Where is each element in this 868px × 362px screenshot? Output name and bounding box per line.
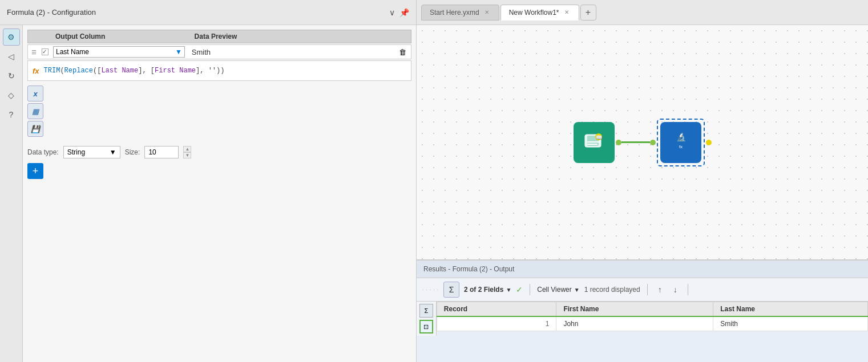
formula-row: fx TRIM(Replace([Last Name], [First Name… bbox=[27, 60, 411, 81]
datatype-value: String bbox=[67, 148, 85, 156]
tab-new-workflow[interactable]: New Workflow1* ✕ bbox=[500, 5, 579, 21]
size-spinner: ▲ ▼ bbox=[183, 146, 191, 158]
toolbar-divider3 bbox=[688, 284, 688, 295]
expr-table-button[interactable]: ▦ bbox=[27, 103, 43, 119]
content-area: Output Column Data Preview ☰ Last Name ▼ bbox=[23, 25, 416, 362]
chevron-icon[interactable]: ∨ bbox=[389, 8, 395, 17]
nav-down-button[interactable]: ↓ bbox=[670, 284, 681, 295]
datatype-row: Data type: String ▼ Size: ▲ ▼ bbox=[27, 141, 411, 163]
reader-node[interactable]: 📖 bbox=[574, 122, 621, 163]
record-icon[interactable]: ⊡ bbox=[419, 320, 433, 333]
refresh-button[interactable]: ↻ bbox=[3, 67, 20, 84]
formula-paren: ( bbox=[60, 67, 64, 75]
formula-icon: 🔬 fx bbox=[669, 131, 692, 154]
left-icons-col: Σ ⊡ bbox=[417, 302, 437, 336]
workflow-nodes: 📖 🔬 bbox=[574, 119, 712, 166]
left-arrow-button[interactable]: ◁ bbox=[3, 48, 20, 65]
panel-header: Formula (2) - Configuration ∨ 📌 bbox=[0, 0, 416, 25]
toolbar-dots: · · · · · bbox=[422, 287, 439, 292]
workflow-tabs: Start Here.yxmd ✕ New Workflow1* ✕ + bbox=[417, 0, 868, 25]
col-header-record: Record bbox=[437, 302, 556, 317]
tab-start-here-close[interactable]: ✕ bbox=[483, 9, 491, 16]
output-column-header: Output Column bbox=[51, 30, 190, 43]
formula-field2: First Name bbox=[155, 67, 196, 75]
toolbar-divider2 bbox=[647, 284, 648, 295]
results-table: Record First Name Last Name 1 John Smith bbox=[437, 302, 868, 331]
canvas-area[interactable]: 📖 🔬 bbox=[417, 25, 868, 259]
cell-viewer-button[interactable]: Cell Viewer ▼ bbox=[537, 286, 579, 294]
results-title: Results - Formula (2) - Output bbox=[423, 265, 514, 273]
cell-firstname: John bbox=[556, 316, 713, 331]
output-column-cell: Last Name ▼ bbox=[51, 45, 187, 59]
gear-button[interactable]: ⚙ bbox=[3, 29, 20, 46]
fields-button[interactable]: 2 of 2 Fields ▼ bbox=[464, 286, 511, 294]
preview-value: Smith bbox=[187, 47, 394, 58]
size-label: Size: bbox=[125, 148, 140, 156]
panel-body: ⚙ ◁ ↻ ◇ ? Output Column Data Preview bbox=[0, 25, 416, 362]
fields-dropdown-arrow: ▼ bbox=[506, 287, 511, 293]
checkbox-icon bbox=[42, 48, 49, 55]
formula-comma1: ], [ bbox=[138, 67, 155, 75]
svg-rect-3 bbox=[587, 144, 597, 145]
data-preview-header: Data Preview bbox=[190, 30, 394, 43]
sigma-left-icon[interactable]: Σ bbox=[419, 304, 433, 318]
input-connector bbox=[650, 140, 656, 145]
nav-up-button[interactable]: ↑ bbox=[655, 284, 665, 295]
results-table-area: Σ ⊡ Record First Name Last Name 1 bbox=[417, 302, 868, 336]
tab-start-here-label: Start Here.yxmd bbox=[430, 9, 479, 17]
results-panel: Results - Formula (2) - Output · · · · ·… bbox=[417, 259, 868, 362]
sigma-button[interactable]: Σ bbox=[443, 282, 459, 298]
right-panel: Start Here.yxmd ✕ New Workflow1* ✕ + bbox=[417, 0, 868, 362]
checkmark-icon: ✓ bbox=[516, 285, 523, 294]
cell-viewer-label: Cell Viewer bbox=[537, 286, 571, 294]
question-button[interactable]: ? bbox=[3, 106, 20, 123]
row-checkbox[interactable] bbox=[39, 48, 51, 55]
main-layout: Formula (2) - Configuration ∨ 📌 ⚙ ◁ ↻ ◇ … bbox=[0, 0, 868, 362]
sidebar-icons: ⚙ ◁ ↻ ◇ ? bbox=[0, 25, 23, 362]
drag-handle[interactable]: ☰ bbox=[28, 49, 39, 55]
col-header-firstname: First Name bbox=[556, 302, 713, 317]
cell-record: 1 bbox=[437, 316, 556, 331]
formula-keyword-replace: Replace bbox=[64, 67, 93, 75]
pin-icon[interactable]: 📌 bbox=[399, 8, 409, 17]
formula-field1: Last Name bbox=[101, 67, 138, 75]
delete-button[interactable]: 🗑 bbox=[394, 48, 411, 56]
record-count: 1 record displayed bbox=[584, 286, 640, 294]
diamond-button[interactable]: ◇ bbox=[3, 87, 20, 104]
formula-node[interactable]: 🔬 fx bbox=[650, 119, 712, 166]
datatype-arrow: ▼ bbox=[110, 148, 116, 156]
size-input[interactable] bbox=[144, 146, 179, 158]
expr-x-button[interactable]: x bbox=[27, 86, 43, 101]
datatype-select[interactable]: String ▼ bbox=[63, 146, 120, 158]
tab-new-workflow-label: New Workflow1* bbox=[509, 9, 559, 17]
add-field-button[interactable]: + bbox=[27, 163, 43, 179]
datatype-label: Data type: bbox=[27, 148, 59, 156]
expr-icons: x ▦ 💾 bbox=[27, 86, 411, 137]
reader-icon: 📖 bbox=[583, 131, 605, 154]
output-connector bbox=[616, 140, 621, 145]
panel-title: Formula (2) - Configuration bbox=[7, 8, 96, 17]
panel-header-icons: ∨ 📌 bbox=[389, 8, 409, 17]
toolbar-divider bbox=[530, 284, 530, 295]
cell-lastname: Smith bbox=[713, 316, 868, 331]
field-row: ☰ Last Name ▼ Smith 🗑 bbox=[27, 44, 411, 59]
formula-text[interactable]: TRIM(Replace([Last Name], [First Name], … bbox=[44, 67, 225, 75]
reader-node-box: 📖 bbox=[574, 122, 615, 163]
connector-line bbox=[621, 141, 650, 143]
col-header-lastname: Last Name bbox=[713, 302, 868, 317]
tab-new-workflow-close[interactable]: ✕ bbox=[563, 9, 571, 16]
add-tab-button[interactable]: + bbox=[580, 5, 596, 21]
formula-node-wrapper: 🔬 fx bbox=[657, 119, 705, 166]
column-dropdown[interactable]: Last Name ▼ bbox=[53, 46, 185, 58]
formula-keyword-trim: TRIM bbox=[44, 67, 60, 75]
table-header-row: Output Column Data Preview bbox=[27, 30, 411, 43]
size-down-button[interactable]: ▼ bbox=[183, 152, 191, 158]
formula-output-connector bbox=[706, 140, 712, 145]
formula-node-box: 🔬 fx bbox=[660, 122, 701, 163]
column-name: Last Name bbox=[56, 48, 89, 56]
dropdown-arrow: ▼ bbox=[175, 48, 182, 56]
expr-save-button[interactable]: 💾 bbox=[27, 121, 43, 137]
tab-start-here[interactable]: Start Here.yxmd ✕ bbox=[421, 5, 499, 21]
size-up-button[interactable]: ▲ bbox=[183, 146, 191, 152]
svg-rect-2 bbox=[587, 141, 601, 143]
